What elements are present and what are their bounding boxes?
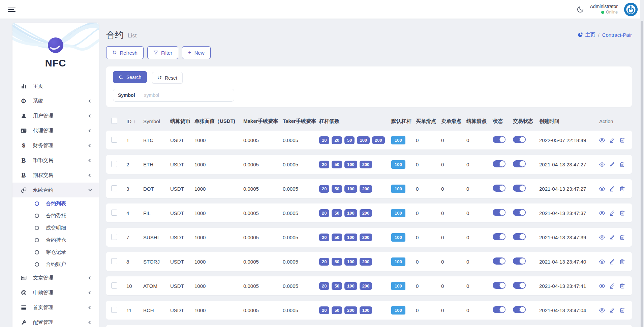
- sidebar-item-perpetual-contract[interactable]: 永续合约: [12, 183, 99, 197]
- leverage-badge[interactable]: 50: [332, 282, 342, 290]
- status-toggle[interactable]: [493, 233, 505, 240]
- leverage-badge[interactable]: 100: [344, 161, 357, 168]
- edit-button[interactable]: [609, 235, 615, 240]
- leverage-badge[interactable]: 20: [319, 234, 329, 241]
- menu-toggle-icon[interactable]: [8, 5, 16, 13]
- leverage-badge[interactable]: 200: [344, 306, 357, 314]
- default-leverage-badge[interactable]: 100: [391, 233, 405, 242]
- delete-button[interactable]: [619, 283, 625, 289]
- sidebar-item-agent-management[interactable]: 代理管理: [12, 123, 99, 138]
- default-leverage-badge[interactable]: 100: [391, 209, 405, 217]
- row-checkbox[interactable]: [111, 258, 117, 264]
- leverage-badge[interactable]: 20: [319, 282, 329, 290]
- delete-button[interactable]: [619, 259, 625, 265]
- view-button[interactable]: [599, 137, 605, 143]
- leverage-badge[interactable]: 50: [332, 209, 342, 217]
- sidebar-subitem-contract-accounts[interactable]: 合约账户: [12, 258, 99, 270]
- status-toggle[interactable]: [493, 282, 505, 289]
- symbol-input[interactable]: [140, 89, 234, 101]
- trade-status-toggle[interactable]: [513, 257, 526, 265]
- trade-status-toggle[interactable]: [513, 185, 526, 192]
- leverage-badge[interactable]: 100: [344, 234, 357, 241]
- sidebar-item-spot-trade[interactable]: B币币交易: [12, 153, 99, 168]
- sidebar-item-config-management[interactable]: 配置管理: [12, 315, 99, 327]
- leverage-badge[interactable]: 20: [319, 185, 329, 193]
- trade-status-toggle[interactable]: [513, 282, 526, 289]
- row-checkbox[interactable]: [111, 137, 117, 143]
- default-leverage-badge[interactable]: 100: [391, 306, 405, 315]
- leverage-badge[interactable]: 200: [360, 209, 372, 217]
- sidebar-item-system[interactable]: ⚙系统: [12, 93, 99, 108]
- sidebar-subitem-liquidation-records[interactable]: 穿仓记录: [12, 246, 99, 258]
- sidebar-subitem-contract-list[interactable]: 合约列表: [12, 197, 99, 210]
- sidebar-subitem-contract-positions[interactable]: 合约持仓: [12, 234, 99, 246]
- leverage-badge[interactable]: 10: [319, 136, 329, 144]
- page-scrollbar-track[interactable]: [640, 0, 644, 327]
- trade-status-toggle[interactable]: [513, 160, 526, 167]
- leverage-badge[interactable]: 200: [360, 185, 372, 193]
- leverage-badge[interactable]: 100: [344, 282, 357, 290]
- leverage-badge[interactable]: 20: [319, 209, 329, 217]
- leverage-badge[interactable]: 200: [372, 136, 385, 144]
- edit-button[interactable]: [609, 259, 615, 265]
- sidebar-subitem-contract-orders[interactable]: 合约委托: [12, 210, 99, 222]
- avatar[interactable]: [624, 2, 638, 17]
- reset-button[interactable]: ↺ Reset: [152, 72, 183, 84]
- status-toggle[interactable]: [493, 209, 505, 216]
- status-toggle[interactable]: [493, 185, 505, 192]
- delete-button[interactable]: [619, 137, 625, 143]
- status-toggle[interactable]: [493, 257, 505, 265]
- edit-button[interactable]: [609, 162, 615, 167]
- edit-button[interactable]: [609, 307, 615, 313]
- edit-button[interactable]: [609, 210, 615, 216]
- leverage-badge[interactable]: 50: [332, 306, 342, 314]
- leverage-badge[interactable]: 20: [319, 161, 329, 168]
- leverage-badge[interactable]: 100: [344, 185, 357, 193]
- breadcrumb-home-link[interactable]: 主页: [578, 32, 595, 38]
- status-toggle[interactable]: [493, 306, 505, 313]
- leverage-badge[interactable]: 50: [332, 234, 342, 241]
- row-checkbox[interactable]: [111, 210, 117, 216]
- default-leverage-badge[interactable]: 100: [391, 257, 405, 266]
- search-button[interactable]: Search: [113, 71, 147, 83]
- row-checkbox[interactable]: [111, 282, 117, 289]
- breadcrumb-current[interactable]: Contract-Pair: [602, 32, 632, 38]
- leverage-badge[interactable]: 50: [344, 136, 355, 144]
- default-leverage-badge[interactable]: 100: [391, 282, 405, 290]
- view-button[interactable]: [599, 235, 605, 240]
- row-checkbox[interactable]: [111, 161, 117, 167]
- leverage-badge[interactable]: 200: [360, 234, 372, 241]
- sidebar-item-finance-management[interactable]: $财务管理: [12, 138, 99, 153]
- leverage-badge[interactable]: 100: [360, 306, 372, 314]
- status-toggle[interactable]: [493, 136, 505, 143]
- default-leverage-badge[interactable]: 100: [391, 185, 405, 193]
- edit-button[interactable]: [609, 137, 615, 143]
- delete-button[interactable]: [619, 210, 625, 216]
- trade-status-toggle[interactable]: [513, 306, 526, 313]
- default-leverage-badge[interactable]: 100: [391, 160, 405, 169]
- edit-button[interactable]: [609, 283, 615, 289]
- sidebar-item-article-management[interactable]: 文章管理: [12, 270, 99, 285]
- status-toggle[interactable]: [493, 160, 505, 167]
- sidebar-item-home[interactable]: 主页: [12, 79, 99, 93]
- user-block[interactable]: Administrator Online: [590, 4, 618, 15]
- view-button[interactable]: [599, 186, 605, 192]
- delete-button[interactable]: [619, 186, 625, 192]
- filter-button[interactable]: Filter: [147, 46, 178, 59]
- row-checkbox[interactable]: [111, 185, 117, 191]
- trade-status-toggle[interactable]: [513, 136, 526, 143]
- leverage-badge[interactable]: 50: [332, 258, 342, 266]
- default-leverage-badge[interactable]: 100: [391, 136, 405, 144]
- sort-asc-icon[interactable]: ↑: [133, 119, 136, 124]
- dark-mode-icon[interactable]: [577, 6, 584, 13]
- leverage-badge[interactable]: 50: [332, 161, 342, 168]
- sidebar-item-homepage-management[interactable]: 首页管理: [12, 300, 99, 315]
- leverage-badge[interactable]: 100: [344, 209, 357, 217]
- sidebar-item-option-trade[interactable]: Ƀ期权交易: [12, 168, 99, 183]
- leverage-badge[interactable]: 200: [360, 258, 372, 266]
- refresh-button[interactable]: ↻ Refresh: [106, 46, 144, 59]
- trade-status-toggle[interactable]: [513, 233, 526, 240]
- view-button[interactable]: [599, 162, 605, 167]
- leverage-badge[interactable]: 200: [360, 282, 372, 290]
- row-checkbox[interactable]: [111, 307, 117, 313]
